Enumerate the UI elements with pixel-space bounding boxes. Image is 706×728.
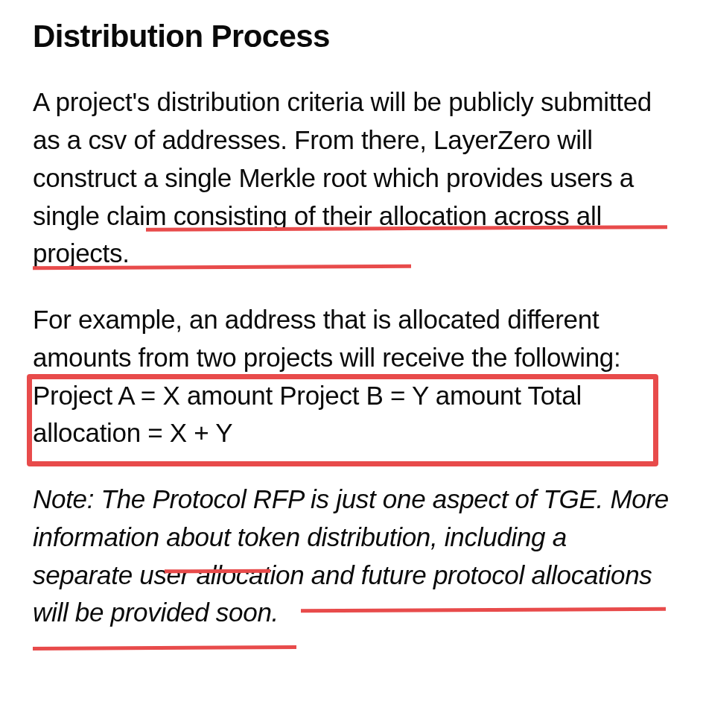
paragraph-1: A project's distribution criteria will b… [33,83,673,273]
annotation-underline-5 [33,645,296,651]
section-heading: Distribution Process [33,18,673,55]
document-page: Distribution Process A project's distrib… [0,0,706,662]
paragraph-2: For example, an address that is allocate… [33,301,673,452]
note-paragraph: Note: The Protocol RFP is just one aspec… [33,481,673,632]
